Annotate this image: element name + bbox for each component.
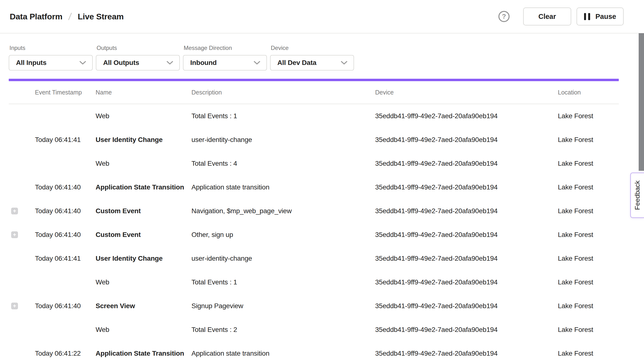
column-name: Name [96, 89, 192, 96]
expand-plus-icon[interactable]: + [11, 303, 18, 309]
live-stream-page: Data Platform / Live Stream ? Clear Paus… [0, 0, 644, 360]
event-name: Application State Transition [96, 350, 192, 357]
event-row[interactable]: + Today 06:41:40 Custom Event Navigation… [9, 199, 619, 223]
filter-message-direction: Message Direction Inbound [183, 45, 267, 70]
filter-device-label: Device [271, 45, 354, 51]
event-device-id: 35eddb41-9ff9-49e2-7aed-20afa90eb194 [375, 255, 558, 262]
event-description: user-identity-change [192, 136, 375, 144]
live-stream-accent-bar [9, 79, 619, 81]
filter-outputs: Outputs All Outputs [96, 45, 180, 70]
expand-cell: + [9, 160, 35, 167]
breadcrumb-data-platform[interactable]: Data Platform [10, 12, 62, 21]
chevron-down-icon [166, 60, 174, 65]
event-name: Web [96, 278, 192, 286]
help-icon[interactable]: ? [498, 11, 510, 22]
event-description: Total Events : 4 [192, 160, 375, 168]
event-location: Lake Forest [558, 255, 619, 262]
breadcrumb-separator: / [68, 11, 72, 22]
event-location: Lake Forest [558, 231, 619, 239]
filter-bar: Inputs All Inputs Outputs All Outputs Me… [0, 33, 644, 70]
chevron-down-icon [340, 60, 348, 65]
expand-cell: + [9, 303, 35, 309]
event-location: Lake Forest [558, 112, 619, 120]
event-row[interactable]: + Today 06:41:41 User Identity Change us… [9, 128, 619, 152]
outputs-select[interactable]: All Outputs [96, 55, 180, 70]
outputs-select-value: All Outputs [103, 59, 166, 67]
expand-cell: + [9, 326, 35, 333]
event-timestamp: Today 06:41:41 [35, 136, 96, 144]
breadcrumb: Data Platform / Live Stream [10, 11, 124, 22]
event-table-body: + Web Total Events : 1 35eddb41-9ff9-49e… [0, 104, 644, 360]
pause-button[interactable]: Pause [576, 7, 624, 25]
event-name: Custom Event [96, 231, 192, 239]
event-description: user-identity-change [192, 255, 375, 262]
event-row[interactable]: + Today 06:41:41 User Identity Change us… [9, 247, 619, 270]
column-event-timestamp: Event Timestamp [35, 89, 96, 96]
event-location: Lake Forest [558, 183, 619, 191]
filter-device: Device All Dev Data [270, 45, 354, 70]
event-device-id: 35eddb41-9ff9-49e2-7aed-20afa90eb194 [375, 278, 558, 286]
page-title: Live Stream [78, 12, 124, 21]
event-row[interactable]: + Web Total Events : 4 35eddb41-9ff9-49e… [9, 152, 619, 176]
event-table-header: Event Timestamp Name Description Device … [9, 81, 619, 104]
feedback-tab[interactable]: Feedback [630, 173, 644, 218]
event-device-id: 35eddb41-9ff9-49e2-7aed-20afa90eb194 [375, 302, 558, 310]
column-device: Device [375, 89, 558, 96]
event-location: Lake Forest [558, 136, 619, 144]
vertical-scrollbar-thumb[interactable] [639, 33, 644, 171]
event-timestamp: Today 06:41:40 [35, 231, 96, 239]
expand-cell: + [9, 136, 35, 143]
event-device-id: 35eddb41-9ff9-49e2-7aed-20afa90eb194 [375, 231, 558, 239]
expand-plus-icon[interactable]: + [11, 231, 18, 238]
event-row[interactable]: + Web Total Events : 1 35eddb41-9ff9-49e… [9, 104, 619, 128]
event-name: User Identity Change [96, 136, 192, 144]
filter-inputs-label: Inputs [10, 45, 93, 51]
event-name: Application State Transition [96, 183, 192, 191]
feedback-tab-label: Feedback [634, 180, 641, 210]
filter-inputs: Inputs All Inputs [9, 45, 93, 70]
event-device-id: 35eddb41-9ff9-49e2-7aed-20afa90eb194 [375, 326, 558, 334]
inputs-select[interactable]: All Inputs [9, 55, 93, 70]
event-row[interactable]: + Today 06:41:22 Application State Trans… [9, 342, 619, 360]
device-select[interactable]: All Dev Data [270, 55, 354, 70]
clear-button[interactable]: Clear [523, 7, 571, 25]
pause-icon [584, 13, 590, 20]
event-device-id: 35eddb41-9ff9-49e2-7aed-20afa90eb194 [375, 112, 558, 120]
expand-cell: + [9, 255, 35, 262]
event-description: Total Events : 1 [192, 278, 375, 286]
event-row[interactable]: + Web Total Events : 2 35eddb41-9ff9-49e… [9, 318, 619, 342]
event-name: Custom Event [96, 207, 192, 215]
expand-cell: + [9, 350, 35, 357]
event-row[interactable]: + Web Total Events : 1 35eddb41-9ff9-49e… [9, 270, 619, 294]
event-row[interactable]: + Today 06:41:40 Custom Event Other, sig… [9, 223, 619, 247]
event-timestamp: Today 06:41:40 [35, 183, 96, 191]
chevron-down-icon [79, 60, 86, 65]
chevron-down-icon [253, 60, 260, 65]
event-device-id: 35eddb41-9ff9-49e2-7aed-20afa90eb194 [375, 160, 558, 168]
message-direction-select[interactable]: Inbound [183, 55, 267, 70]
event-location: Lake Forest [558, 350, 619, 357]
expand-cell: + [9, 113, 35, 119]
event-name: Screen View [96, 302, 192, 310]
column-location: Location [558, 89, 619, 96]
event-row[interactable]: + Today 06:41:40 Application State Trans… [9, 176, 619, 199]
filter-outputs-label: Outputs [96, 45, 180, 51]
expand-cell: + [9, 208, 35, 214]
expand-cell: + [9, 184, 35, 191]
event-name: Web [96, 326, 192, 334]
device-select-value: All Dev Data [277, 59, 340, 67]
inputs-select-value: All Inputs [16, 59, 79, 67]
event-name: Web [96, 112, 192, 120]
message-direction-select-value: Inbound [190, 59, 253, 67]
event-row[interactable]: + Today 06:41:40 Screen View Signup Page… [9, 294, 619, 318]
expand-cell: + [9, 231, 35, 238]
event-location: Lake Forest [558, 278, 619, 286]
filter-message-direction-label: Message Direction [184, 45, 267, 51]
event-location: Lake Forest [558, 160, 619, 168]
event-description: Total Events : 1 [192, 112, 375, 120]
expand-plus-icon[interactable]: + [11, 208, 18, 214]
event-device-id: 35eddb41-9ff9-49e2-7aed-20afa90eb194 [375, 207, 558, 215]
event-description: Application state transition [192, 183, 375, 191]
pause-button-label: Pause [596, 12, 616, 20]
event-description: Other, sign up [192, 231, 375, 239]
